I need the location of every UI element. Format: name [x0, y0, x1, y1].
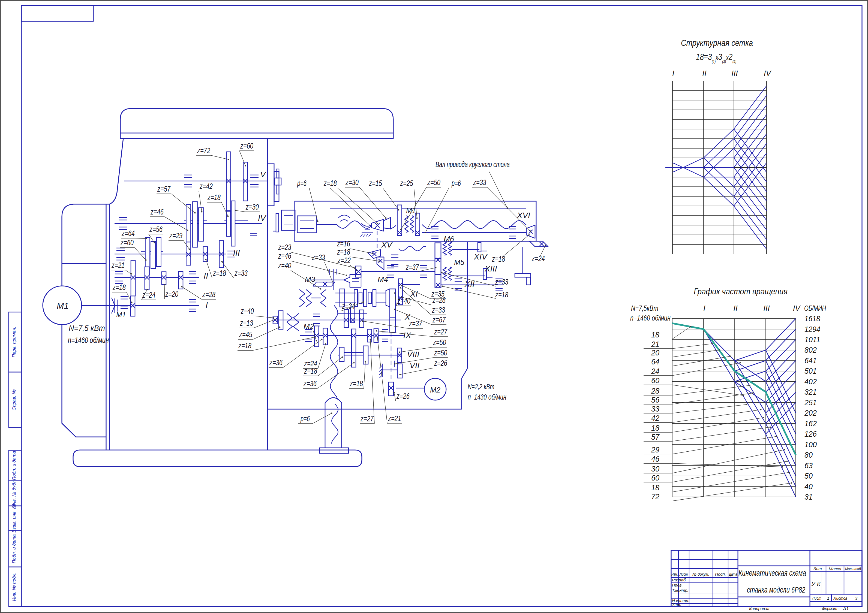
svg-text:64: 64 — [651, 357, 659, 366]
svg-text:Подп.: Подп. — [715, 572, 726, 576]
svg-text:z=30: z=30 — [345, 178, 359, 187]
svg-text:Инв. № подл.: Инв. № подл. — [11, 573, 17, 601]
svg-text:IV: IV — [793, 304, 801, 313]
svg-text:n=1460 об/мин: n=1460 об/мин — [630, 314, 671, 322]
svg-text:№ докум.: № докум. — [692, 572, 709, 576]
svg-text:z=36: z=36 — [303, 379, 316, 388]
svg-text:z=26: z=26 — [434, 359, 447, 367]
svg-text:IV: IV — [764, 69, 772, 77]
svg-text:Копировал: Копировал — [749, 606, 769, 611]
svg-text:z=40: z=40 — [278, 261, 291, 270]
svg-text:II: II — [204, 271, 208, 280]
svg-text:z=25: z=25 — [400, 179, 413, 187]
svg-text:31: 31 — [804, 492, 813, 501]
svg-text:40: 40 — [804, 482, 813, 491]
svg-text:1: 1 — [827, 596, 829, 601]
svg-text:I: I — [672, 69, 674, 77]
svg-text:К: К — [817, 581, 821, 587]
svg-text:II: II — [733, 304, 738, 313]
svg-text:60: 60 — [651, 376, 659, 385]
svg-text:80: 80 — [804, 450, 813, 459]
svg-text:XIV: XIV — [474, 252, 488, 261]
svg-text:20: 20 — [651, 348, 659, 357]
svg-text:М2: М2 — [304, 322, 314, 331]
svg-text:63: 63 — [804, 461, 813, 470]
svg-text:z=18: z=18 — [304, 367, 317, 375]
svg-text:Лит.: Лит. — [813, 567, 823, 571]
svg-text:z=50: z=50 — [434, 348, 447, 357]
svg-text:21: 21 — [651, 340, 659, 348]
svg-text:1294: 1294 — [804, 325, 820, 334]
svg-text:z=36: z=36 — [269, 358, 282, 367]
svg-text:z=60: z=60 — [240, 141, 253, 150]
svg-text:z=46: z=46 — [278, 252, 291, 260]
svg-text:33: 33 — [651, 404, 659, 413]
svg-text:Масштаб: Масштаб — [845, 567, 861, 571]
svg-text:42: 42 — [651, 413, 659, 423]
svg-text:I: I — [703, 304, 705, 313]
svg-text:z=33: z=33 — [495, 277, 508, 286]
svg-text:XVI: XVI — [517, 211, 530, 220]
svg-text:z=33: z=33 — [473, 178, 486, 187]
svg-text:162: 162 — [804, 419, 817, 428]
svg-text:Формат: Формат — [822, 606, 837, 611]
svg-text:z=37: z=37 — [406, 263, 419, 271]
svg-text:321: 321 — [804, 387, 817, 396]
svg-text:М2: М2 — [430, 386, 440, 394]
svg-text:ОБ/МИН: ОБ/МИН — [804, 304, 826, 313]
svg-text:z=13: z=13 — [240, 319, 253, 327]
svg-text:Дата: Дата — [728, 572, 737, 576]
svg-text:72: 72 — [651, 492, 659, 501]
svg-text:1618: 1618 — [804, 314, 820, 323]
svg-text:Перв. примен.: Перв. примен. — [11, 327, 17, 358]
svg-text:Взам. инв. №: Взам. инв. № — [11, 504, 17, 533]
svg-text:3: 3 — [855, 596, 858, 601]
svg-text:p=6: p=6 — [297, 179, 307, 187]
svg-text:60: 60 — [651, 473, 659, 482]
svg-text:XV: XV — [381, 240, 393, 249]
svg-text:z=57: z=57 — [157, 184, 171, 193]
svg-text:p=6: p=6 — [451, 179, 461, 187]
svg-text:п=1430 об/мин: п=1430 об/мин — [468, 393, 507, 401]
svg-text:57: 57 — [651, 432, 660, 441]
svg-text:VII: VII — [409, 361, 420, 370]
svg-text:z=64: z=64 — [121, 229, 135, 238]
svg-text:z=40: z=40 — [240, 306, 254, 315]
svg-text:18: 18 — [651, 330, 659, 339]
svg-text:30: 30 — [651, 464, 659, 473]
svg-text:II: II — [702, 69, 707, 77]
svg-text:Лист: Лист — [812, 596, 822, 601]
svg-text:N=2,2 кВт: N=2,2 кВт — [468, 382, 494, 391]
svg-text:z=50: z=50 — [433, 338, 446, 347]
svg-text:III: III — [233, 248, 240, 257]
svg-text:Кинематическая схема: Кинематическая схема — [738, 568, 806, 577]
svg-text:М6: М6 — [444, 235, 454, 243]
svg-text:z=37: z=37 — [409, 319, 422, 328]
svg-text:Изм.: Изм. — [671, 572, 678, 576]
svg-text:z=30: z=30 — [245, 203, 259, 211]
svg-text:z=29: z=29 — [169, 231, 183, 240]
svg-text:n=1460 об/мин: n=1460 об/мин — [68, 336, 109, 345]
svg-text:IV: IV — [258, 214, 267, 223]
svg-text:z=18: z=18 — [350, 379, 363, 388]
svg-text:z=28: z=28 — [202, 290, 215, 299]
svg-text:N=7,5кВт: N=7,5кВт — [631, 304, 658, 313]
svg-text:z=46: z=46 — [150, 207, 164, 216]
svg-text:z=45: z=45 — [239, 330, 252, 339]
svg-text:802: 802 — [804, 345, 817, 354]
svg-text:z=33: z=33 — [432, 305, 445, 314]
svg-text:z=67: z=67 — [432, 315, 446, 324]
svg-text:Структурная сетка: Структурная сетка — [681, 38, 753, 48]
svg-text:z=18: z=18 — [207, 193, 221, 202]
svg-text:Инв. № дубл.: Инв. № дубл. — [11, 479, 17, 508]
svg-text:М1: М1 — [116, 310, 126, 319]
svg-text:V: V — [260, 170, 267, 179]
svg-text:100: 100 — [804, 440, 817, 449]
svg-text:N=7,5 кВт: N=7,5 кВт — [69, 324, 105, 333]
svg-text:z=18: z=18 — [238, 341, 251, 350]
svg-text:126: 126 — [804, 429, 817, 438]
svg-text:z=28: z=28 — [432, 296, 446, 305]
svg-text:Подп. и дата: Подп. и дата — [11, 534, 17, 563]
svg-text:p=6: p=6 — [300, 414, 310, 423]
svg-text:Лист: Лист — [679, 572, 688, 576]
